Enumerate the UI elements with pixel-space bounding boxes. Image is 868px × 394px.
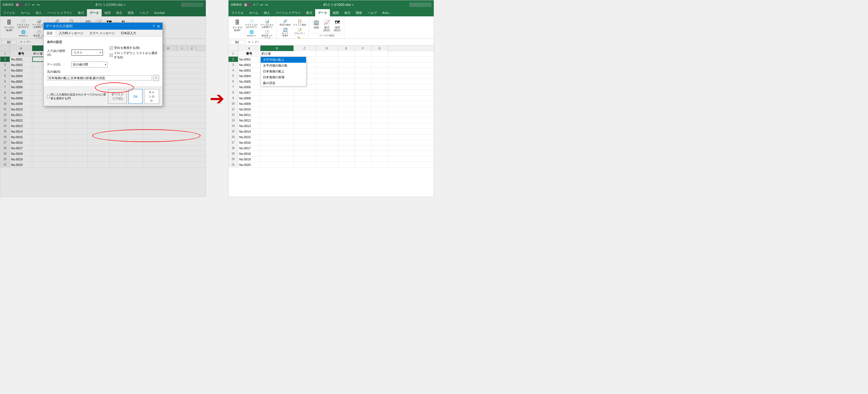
left-cell-f14[interactable] <box>127 123 143 128</box>
left-cell-d13[interactable] <box>88 118 110 123</box>
right-cell-c18[interactable] <box>294 145 316 151</box>
right-cell-c21[interactable] <box>294 162 316 167</box>
right-cell-a7[interactable]: No.0006 <box>238 84 260 90</box>
right-cell-f21[interactable] <box>355 162 372 167</box>
right-cell-e17[interactable] <box>338 140 355 145</box>
ribbon-btn-get-data[interactable]: 🗄 データの取得▾ <box>3 18 15 32</box>
right-cell-e9[interactable] <box>338 95 355 101</box>
right-cell-e10[interactable] <box>338 101 355 106</box>
right-cell-d13[interactable] <box>316 118 338 123</box>
checkbox-ignore-blank[interactable]: 空白を無視する(B) <box>110 46 159 50</box>
left-cell-e17[interactable] <box>110 140 127 145</box>
right-cell-c10[interactable] <box>294 101 316 106</box>
dialog-help-icon[interactable]: ? <box>153 25 155 28</box>
left-cell-a1[interactable]: 番号 <box>10 51 32 56</box>
col-header-i[interactable]: I <box>177 45 188 51</box>
right-cell-b10[interactable] <box>260 101 294 106</box>
left-cell-f15[interactable] <box>127 129 143 134</box>
right-cell-f13[interactable] <box>355 118 372 123</box>
left-cell-e14[interactable] <box>110 123 127 128</box>
right-ribbon-btn-existing[interactable]: 🔗 既存の接続 <box>279 18 291 26</box>
right-cell-d5[interactable] <box>316 73 338 78</box>
right-cell-e20[interactable] <box>338 157 355 162</box>
dialog-tab-input-msg[interactable]: 入力時メッセージ <box>56 30 86 36</box>
right-cell-e12[interactable] <box>338 112 355 118</box>
left-cell-a18[interactable]: No.0017 <box>10 145 32 151</box>
right-cell-b12[interactable] <box>260 112 294 118</box>
right-cell-g1[interactable] <box>372 51 388 56</box>
left-cell-a16[interactable]: No.0015 <box>10 134 32 139</box>
right-cell-e6[interactable] <box>338 79 355 84</box>
right-cell-c12[interactable] <box>294 112 316 118</box>
right-cell-c20[interactable] <box>294 157 316 162</box>
right-cell-f19[interactable] <box>355 151 372 156</box>
right-cell-b20[interactable] <box>260 157 294 162</box>
right-ribbon-btn-properties[interactable]: 📝 プロパティ <box>292 27 307 35</box>
right-cell-d1[interactable] <box>316 51 338 56</box>
right-tab-insert[interactable]: 挿入 <box>261 9 273 17</box>
right-cell-g14[interactable] <box>372 123 388 128</box>
left-cell-a7[interactable]: No.0006 <box>10 84 32 90</box>
right-cell-d12[interactable] <box>316 112 338 118</box>
right-cell-b9[interactable] <box>260 95 294 101</box>
right-col-header-f[interactable]: F <box>355 45 372 51</box>
left-cell-e16[interactable] <box>110 134 127 139</box>
left-cell-d16[interactable] <box>88 134 110 139</box>
right-cell-d2[interactable] <box>316 57 338 62</box>
right-cell-g15[interactable] <box>372 129 388 134</box>
left-cell-d19[interactable] <box>88 151 110 156</box>
right-col-header-d[interactable]: D <box>316 45 338 51</box>
right-cell-e18[interactable] <box>338 145 355 151</box>
right-cell-b1[interactable]: 釣り場 <box>260 51 294 56</box>
right-cell-c8[interactable] <box>294 90 316 95</box>
right-cell-f11[interactable] <box>355 106 372 112</box>
right-cell-a5[interactable]: No.0004 <box>238 73 260 78</box>
right-cell-f18[interactable] <box>355 145 372 151</box>
cell-reference-input[interactable] <box>1 40 17 44</box>
right-tab-home[interactable]: ホーム <box>246 9 261 17</box>
right-cell-a13[interactable]: No.0012 <box>238 118 260 123</box>
right-cell-b13[interactable] <box>260 118 294 123</box>
left-cell-f17[interactable] <box>127 140 143 145</box>
right-tab-page-layout[interactable]: ページ レイアウト <box>273 9 304 17</box>
right-tab-data[interactable]: データ <box>315 9 330 17</box>
right-cell-b18[interactable] <box>260 145 294 151</box>
left-cell-c14[interactable] <box>65 123 88 128</box>
left-cell-a13[interactable]: No.0012 <box>10 118 32 123</box>
right-cell-g9[interactable] <box>372 95 388 101</box>
right-tab-formulas[interactable]: 数式 <box>304 9 315 17</box>
right-tab-acrobat[interactable]: Acro... <box>379 9 394 17</box>
right-cell-e2[interactable] <box>338 57 355 62</box>
right-cell-c13[interactable] <box>294 118 316 123</box>
right-cell-c17[interactable] <box>294 140 316 145</box>
right-cell-g7[interactable] <box>372 84 388 90</box>
right-cell-d20[interactable] <box>316 157 338 162</box>
dialog-tab-error-msg[interactable]: エラー メッセージ <box>86 30 118 36</box>
left-cell-f20[interactable] <box>127 157 143 162</box>
right-cell-f7[interactable] <box>355 84 372 90</box>
right-cell-a3[interactable]: No.0002 <box>238 62 260 67</box>
right-cell-f10[interactable] <box>355 101 372 106</box>
left-cell-d20[interactable] <box>88 157 110 162</box>
right-cell-g20[interactable] <box>372 157 388 162</box>
tab-review[interactable]: 校閲 <box>102 9 113 17</box>
left-cell-a5[interactable]: No.0004 <box>10 73 32 78</box>
right-tab-developer[interactable]: 開発 <box>353 9 365 17</box>
right-cell-f16[interactable] <box>355 134 372 139</box>
input-type-select[interactable]: リスト ▾ <box>71 50 103 56</box>
right-cell-b8[interactable] <box>260 90 294 95</box>
right-autosave-toggle[interactable] <box>244 3 251 7</box>
right-cell-g13[interactable] <box>372 118 388 123</box>
left-cell-d15[interactable] <box>88 129 110 134</box>
right-cell-c1[interactable] <box>294 51 316 56</box>
dropdown-item-forest-stream[interactable]: 森の渓流 <box>261 80 306 86</box>
right-cell-d9[interactable] <box>316 95 338 101</box>
tab-data[interactable]: データ <box>87 9 102 17</box>
right-cell-e21[interactable] <box>338 162 355 167</box>
right-cell-f20[interactable] <box>355 157 372 162</box>
right-ribbon-btn-web[interactable]: 🌐 Webから <box>244 29 259 37</box>
insert-function-icon[interactable]: f <box>27 40 28 44</box>
right-cell-e14[interactable] <box>338 123 355 128</box>
right-undo-button[interactable]: ↩ <box>260 3 263 7</box>
tab-formulas[interactable]: 数式 <box>75 9 87 17</box>
